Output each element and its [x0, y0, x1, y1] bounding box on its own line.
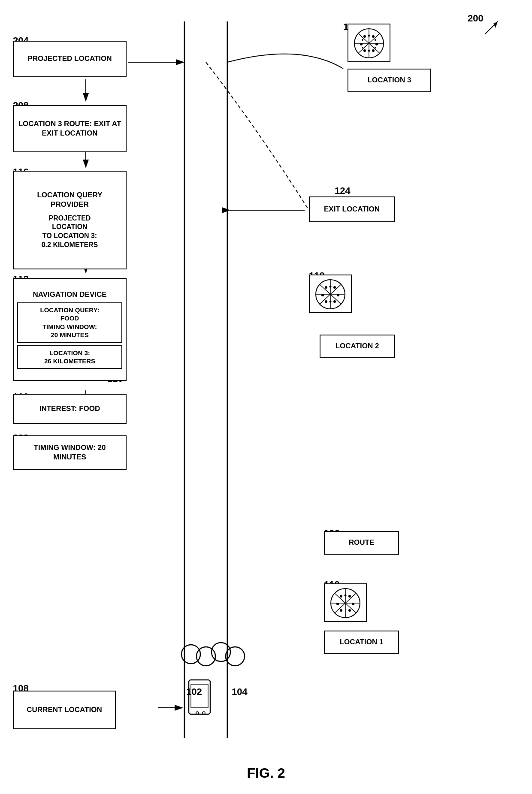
svg-point-56	[340, 595, 342, 598]
interest-food-box: INTEREST: FOOD	[13, 394, 127, 424]
location3-label-box: LOCATION 3	[348, 69, 431, 92]
svg-point-49	[329, 285, 332, 287]
projected-location-box: PROJECTED LOCATION	[13, 41, 127, 77]
location1-label-box: LOCATION 1	[324, 631, 399, 654]
navigation-device-box: NAVIGATION DEVICE LOCATION QUERY:FOODTIM…	[13, 278, 127, 381]
svg-marker-68	[493, 21, 498, 28]
svg-point-29	[375, 43, 378, 45]
pizza-icon-1	[324, 583, 367, 622]
svg-point-5	[196, 647, 215, 666]
svg-point-57	[348, 595, 351, 598]
svg-point-35	[375, 39, 376, 41]
svg-point-50	[329, 300, 332, 302]
svg-point-61	[348, 609, 351, 612]
svg-point-32	[368, 34, 370, 36]
location-query-provider-box: LOCATION QUERYPROVIDER PROJECTEDLOCATION…	[13, 171, 127, 269]
svg-point-26	[363, 35, 366, 38]
svg-point-46	[337, 294, 339, 296]
current-location-box: CURRENT LOCATION	[13, 691, 116, 729]
figure-label: FIG. 2	[0, 765, 532, 781]
timing-window-box: TIMING WINDOW: 20 MINUTES	[13, 435, 127, 470]
svg-point-45	[321, 294, 324, 296]
svg-point-37	[375, 47, 376, 48]
location2-label-box: LOCATION 2	[320, 335, 395, 358]
svg-point-27	[372, 35, 375, 38]
route-box: ROUTE	[324, 531, 399, 555]
svg-point-48	[333, 300, 336, 303]
svg-point-44	[333, 286, 336, 289]
svg-point-36	[362, 47, 363, 48]
svg-point-28	[360, 43, 363, 45]
svg-point-62	[345, 594, 347, 596]
svg-point-60	[340, 609, 342, 612]
location3-route-box: LOCATION 3 ROUTE: EXIT AT EXIT LOCATION	[13, 105, 127, 152]
svg-point-43	[325, 286, 327, 289]
pizza-icon-3	[348, 24, 390, 62]
ref-104: 104	[232, 686, 248, 697]
pizza-icon-2	[309, 275, 352, 313]
svg-point-59	[352, 603, 354, 605]
svg-point-33	[368, 49, 370, 51]
svg-point-58	[336, 603, 339, 605]
svg-point-6	[212, 643, 230, 661]
svg-rect-63	[189, 680, 210, 714]
svg-rect-64	[191, 684, 208, 708]
ref-124: 124	[335, 185, 351, 196]
svg-point-47	[325, 300, 327, 303]
svg-point-4	[181, 645, 200, 664]
svg-point-31	[372, 49, 375, 52]
svg-point-30	[363, 49, 366, 52]
svg-point-34	[362, 39, 363, 41]
svg-point-7	[226, 647, 245, 666]
exit-location-box: EXIT LOCATION	[309, 196, 395, 222]
